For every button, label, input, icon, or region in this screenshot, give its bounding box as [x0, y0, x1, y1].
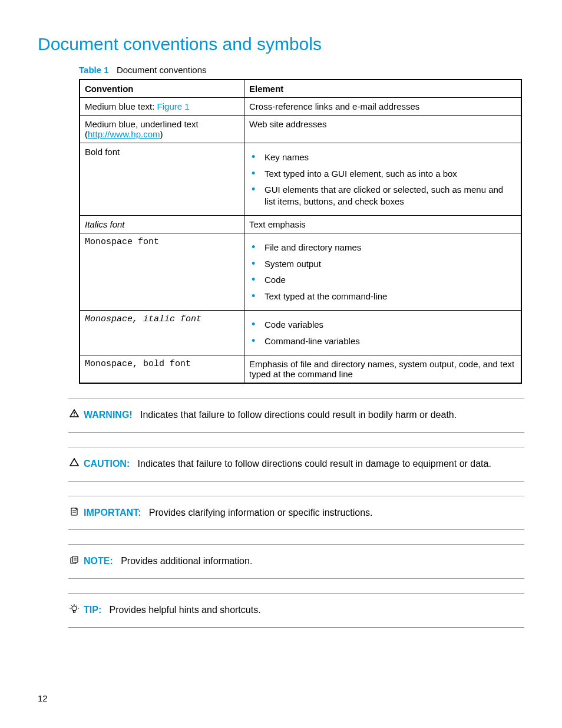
table-caption-title: Document conventions [117, 65, 207, 75]
cell-convention: Monospace font [80, 233, 244, 311]
admonition-label: CAUTION: [84, 459, 130, 469]
admonition-text: Indicates that failure to follow directi… [138, 459, 491, 469]
cell-convention: Medium blue, underlined text (http://www… [80, 116, 244, 143]
admonition-text: Indicates that failure to follow directi… [140, 410, 457, 420]
note-icon [68, 555, 80, 567]
cell-convention: Monospace, italic font [80, 311, 244, 355]
table-row: Medium blue text: Figure 1 Cross-referen… [80, 98, 521, 116]
svg-line-14 [71, 605, 72, 607]
admonition-body: IMPORTANT: Provides clarifying informati… [80, 507, 524, 519]
admonition-warning: WARNING! Indicates that failure to follo… [68, 398, 524, 433]
page-number: 12 [38, 693, 48, 703]
document-page: Document conventions and symbols Table 1… [0, 0, 562, 728]
cell-convention: Medium blue text: Figure 1 [80, 98, 244, 116]
th-element: Element [244, 80, 522, 98]
cell-element: Web site addresses [244, 116, 522, 143]
th-convention: Convention [80, 80, 244, 98]
web-link[interactable]: http://www.hp.com [88, 129, 160, 139]
element-list: Code variables Command-line variables [249, 319, 516, 347]
cell-convention: Bold font [80, 143, 244, 216]
table-row: Monospace, bold font Emphasis of file an… [80, 355, 521, 384]
warning-icon [68, 409, 80, 420]
admonition-body: WARNING! Indicates that failure to follo… [80, 409, 524, 421]
table-row: Italics font Text emphasis [80, 216, 521, 233]
list-item: Command-line variables [249, 335, 516, 347]
admonition-label: IMPORTANT: [84, 508, 141, 518]
svg-point-1 [74, 415, 75, 416]
svg-rect-10 [74, 611, 75, 612]
cell-element: Code variables Command-line variables [244, 311, 522, 355]
cross-ref-link[interactable]: Figure 1 [157, 101, 190, 111]
list-item: Code variables [249, 319, 516, 331]
table-caption: Table 1 Document conventions [79, 65, 524, 75]
tip-icon [68, 604, 80, 616]
svg-rect-6 [72, 556, 78, 562]
cell-element: Text emphasis [244, 216, 522, 233]
admonition-label: TIP: [84, 605, 101, 615]
admonition-text: Provides clarifying information or speci… [149, 508, 373, 518]
list-item: File and directory names [249, 242, 516, 253]
table-row: Monospace font File and directory names … [80, 233, 521, 311]
section-heading: Document conventions and symbols [38, 34, 524, 54]
table-header-row: Convention Element [80, 80, 521, 98]
cell-convention: Italics font [80, 216, 244, 233]
svg-line-15 [77, 605, 78, 607]
admonition-body: NOTE: Provides additional information. [80, 555, 524, 568]
list-item: Code [249, 274, 516, 286]
cell-element: Key names Text typed into a GUI element,… [244, 143, 522, 216]
admonition-text: Provides helpful hints and shortcuts. [110, 605, 261, 615]
important-icon [68, 507, 80, 519]
table-row: Monospace, italic font Code variables Co… [80, 311, 521, 355]
caution-icon [68, 458, 80, 469]
admonition-text: Provides additional information. [121, 556, 252, 566]
cell-convention: Monospace, bold font [80, 355, 244, 384]
admonition-note: NOTE: Provides additional information. [68, 544, 524, 579]
conventions-table: Convention Element Medium blue text: Fig… [79, 79, 522, 384]
list-item: System output [249, 258, 516, 270]
list-item: GUI elements that are clicked or selecte… [249, 184, 516, 207]
admonition-tip: TIP: Provides helpful hints and shortcut… [68, 593, 524, 628]
admonition-caution: CAUTION: Indicates that failure to follo… [68, 447, 524, 482]
svg-point-9 [72, 606, 77, 611]
cell-element: Cross-reference links and e-mail address… [244, 98, 522, 116]
element-list: File and directory names System output C… [249, 242, 516, 302]
cell-element: Emphasis of file and directory names, sy… [244, 355, 522, 384]
table-row: Medium blue, underlined text (http://www… [80, 116, 521, 143]
table-row: Bold font Key names Text typed into a GU… [80, 143, 521, 216]
list-item: Text typed at the command-line [249, 291, 516, 302]
table-caption-label: Table 1 [79, 65, 109, 75]
cell-element: File and directory names System output C… [244, 233, 522, 311]
conv-text: Medium blue, underlined text [85, 119, 199, 129]
admonition-body: TIP: Provides helpful hints and shortcut… [80, 604, 524, 617]
list-item: Text typed into a GUI element, such as i… [249, 168, 516, 180]
admonition-label: NOTE: [84, 556, 113, 566]
list-item: Key names [249, 151, 516, 163]
admonition-body: CAUTION: Indicates that failure to follo… [80, 458, 524, 470]
element-list: Key names Text typed into a GUI element,… [249, 151, 516, 207]
admonition-important: IMPORTANT: Provides clarifying informati… [68, 496, 524, 531]
admonitions: WARNING! Indicates that failure to follo… [68, 398, 524, 628]
admonition-label: WARNING! [84, 410, 133, 420]
conv-text: Medium blue text: [85, 101, 157, 111]
conv-paren-close: ) [160, 129, 163, 139]
